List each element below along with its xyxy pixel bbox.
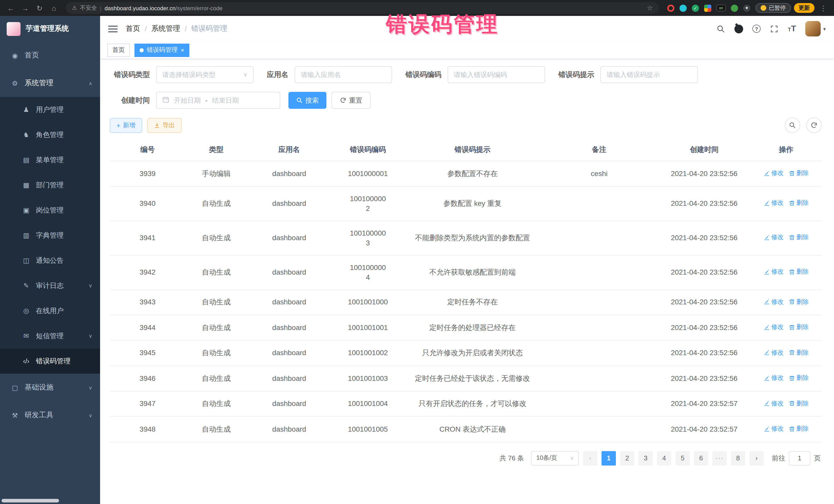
extension-icon-red[interactable] <box>667 4 674 12</box>
sidebar-item-dev-tools[interactable]: ⚒研发工具∨ <box>0 401 100 429</box>
sidebar-item-audit-logs[interactable]: ✎审计日志∨ <box>0 273 100 298</box>
sidebar-item-home[interactable]: ◉首页 <box>0 42 100 69</box>
edit-link[interactable]: 修改 <box>764 398 784 408</box>
edit-icon <box>764 426 770 432</box>
header-time: 创建时间 <box>658 139 751 161</box>
delete-link[interactable]: 删除 <box>789 373 809 383</box>
search-button[interactable]: 搜索 <box>288 92 326 109</box>
delete-link[interactable]: 删除 <box>789 198 809 208</box>
cell-remark <box>541 366 658 391</box>
delete-link[interactable]: 删除 <box>789 398 809 408</box>
sidebar-item-roles[interactable]: ♞角色管理 <box>0 122 100 147</box>
pager-page-4[interactable]: 4 <box>657 451 671 465</box>
pager-page-5[interactable]: 5 <box>675 451 690 465</box>
sidebar-item-notices[interactable]: ◫通知公告 <box>0 248 100 273</box>
pager-page-3[interactable]: 3 <box>638 451 653 465</box>
delete-link[interactable]: 删除 <box>789 267 809 277</box>
address-bar[interactable]: ⚠ 不安全 | dashboard.yudao.iocoder.cn/syste… <box>66 2 659 14</box>
calendar-icon <box>162 96 169 105</box>
delete-link[interactable]: 删除 <box>789 424 809 434</box>
delete-link[interactable]: 删除 <box>789 233 809 242</box>
edit-link[interactable]: 修改 <box>764 267 784 277</box>
edit-icon <box>764 170 770 176</box>
forward-icon[interactable]: → <box>20 4 31 12</box>
sidebar-logo-row[interactable]: 芋道管理系统 <box>0 16 100 42</box>
page-size-select[interactable]: 10条/页 ∨ <box>531 451 579 465</box>
delete-icon <box>789 375 795 381</box>
kebab-menu-icon[interactable]: ⋮ <box>817 4 829 12</box>
export-button[interactable]: 导出 <box>147 118 181 133</box>
delete-link[interactable]: 删除 <box>789 297 809 307</box>
font-size-icon[interactable]: TT <box>788 24 796 34</box>
extension-icon-teal[interactable] <box>680 4 687 12</box>
tab-home[interactable]: 首页 <box>107 43 130 57</box>
goto-page-input[interactable] <box>789 451 810 465</box>
sidebar-scrollbar[interactable] <box>2 499 59 502</box>
sidebar-item-users[interactable]: ♟用户管理 <box>0 97 100 122</box>
sidebar-item-error-codes[interactable]: ‹/›错误码管理 <box>0 349 100 374</box>
delete-link[interactable]: 删除 <box>789 168 809 178</box>
reset-button[interactable]: 重置 <box>332 92 371 109</box>
edit-link[interactable]: 修改 <box>764 297 784 307</box>
extension-icons: ✓ on ✦ <box>667 4 750 12</box>
fullscreen-icon[interactable] <box>770 24 778 33</box>
close-icon[interactable]: × <box>181 47 184 53</box>
sidebar-item-menus[interactable]: ▤菜单管理 <box>0 147 100 172</box>
add-button[interactable]: + 新增 <box>110 118 142 133</box>
sidebar-item-infrastructure[interactable]: ▢基础设施∨ <box>0 374 100 401</box>
bookmark-star-icon[interactable]: ☆ <box>647 4 653 12</box>
search-icon[interactable] <box>717 24 725 33</box>
cell-msg: 定时任务不存在 <box>404 289 541 315</box>
sidebar-item-sms[interactable]: ✉短信管理∨ <box>0 323 100 349</box>
pager-page-2[interactable]: 2 <box>620 451 634 465</box>
delete-icon <box>789 269 795 275</box>
prev-page-button[interactable]: ‹ <box>583 451 597 465</box>
app-name-input[interactable] <box>294 66 392 83</box>
sidebar-item-online-users[interactable]: ◎在线用户 <box>0 298 100 323</box>
edit-link[interactable]: 修改 <box>764 168 784 178</box>
pager-more-button[interactable]: ··· <box>712 451 727 465</box>
toggle-search-button[interactable] <box>785 117 800 133</box>
sidebar-item-dictionaries[interactable]: ▥字典管理 <box>0 223 100 248</box>
edit-link[interactable]: 修改 <box>764 424 784 434</box>
extension-icon-grid[interactable] <box>704 4 711 12</box>
download-icon <box>154 122 160 128</box>
breadcrumb-home[interactable]: 首页 <box>126 24 140 34</box>
next-page-button[interactable]: › <box>749 451 764 465</box>
sidebar-item-system[interactable]: ⚙系统管理∧ <box>0 69 100 97</box>
back-icon[interactable]: ← <box>5 4 17 12</box>
help-icon[interactable]: ? <box>752 25 761 33</box>
cell-actions: 修改删除 <box>750 255 822 289</box>
delete-link[interactable]: 删除 <box>789 322 809 332</box>
error-type-select[interactable]: 请选择错误码类型 ∨ <box>156 66 254 83</box>
pager-page-8[interactable]: 8 <box>731 451 745 465</box>
edit-link[interactable]: 修改 <box>764 348 784 357</box>
cell-time: 2021-04-20 23:52:56 <box>658 161 751 186</box>
error-code-input[interactable] <box>447 66 545 83</box>
edit-link[interactable]: 修改 <box>764 373 784 383</box>
extension-icon-check[interactable]: ✓ <box>692 4 699 12</box>
edit-link[interactable]: 修改 <box>764 322 784 332</box>
delete-link[interactable]: 删除 <box>789 348 809 357</box>
home-icon[interactable]: ⌂ <box>48 4 60 12</box>
pager-page-1[interactable]: 1 <box>601 451 616 465</box>
extension-icon-leaf[interactable] <box>731 4 738 12</box>
extension-icon-on[interactable]: on <box>717 5 726 11</box>
github-icon[interactable] <box>734 24 743 33</box>
user-menu[interactable]: ▾ <box>805 21 826 37</box>
sidebar-item-departments[interactable]: ▦部门管理 <box>0 172 100 198</box>
edit-link[interactable]: 修改 <box>764 233 784 242</box>
hamburger-icon[interactable] <box>108 25 117 32</box>
refresh-table-button[interactable] <box>806 117 822 133</box>
pager-page-6[interactable]: 6 <box>694 451 708 465</box>
update-button[interactable]: 更新 <box>794 3 814 13</box>
date-range-picker[interactable]: 开始日期 - 结束日期 <box>156 92 280 109</box>
breadcrumb-system[interactable]: 系统管理 <box>151 24 180 34</box>
reload-icon[interactable]: ↻ <box>34 4 45 12</box>
edit-link[interactable]: 修改 <box>764 198 784 208</box>
tab-error-code[interactable]: 错误码管理 × <box>134 43 190 57</box>
error-hint-input[interactable] <box>600 66 698 83</box>
extension-icon-pinwheel[interactable]: ✦ <box>743 4 750 12</box>
sidebar-item-positions[interactable]: ▣岗位管理 <box>0 198 100 223</box>
paused-chip[interactable]: 已暂停 <box>755 3 791 13</box>
